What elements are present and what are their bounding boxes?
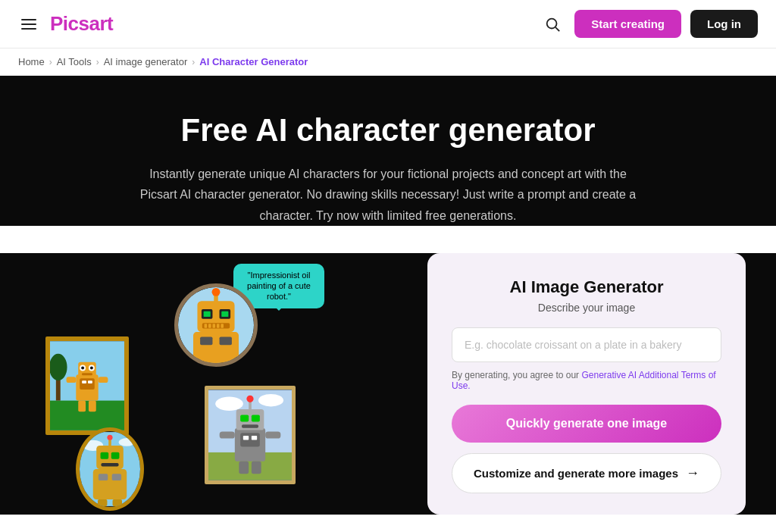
svg-point-0	[547, 18, 557, 28]
svg-rect-48	[220, 336, 232, 345]
breadcrumb-ai-tools[interactable]: AI Tools	[57, 56, 92, 67]
svg-rect-24	[101, 452, 109, 459]
svg-rect-58	[252, 415, 260, 421]
search-icon	[544, 16, 561, 33]
svg-rect-25	[111, 452, 120, 459]
header: Picsart Start creating Log in	[0, 0, 776, 49]
svg-rect-66	[252, 462, 261, 474]
svg-rect-12	[82, 373, 92, 375]
generate-button[interactable]: Quickly generate one image	[452, 405, 721, 443]
svg-rect-64	[252, 436, 257, 440]
svg-line-1	[555, 27, 559, 31]
svg-point-11	[90, 366, 93, 369]
robot-painting-svg	[50, 341, 124, 430]
svg-rect-42	[208, 324, 211, 327]
svg-rect-46	[193, 332, 239, 363]
svg-rect-31	[112, 474, 121, 480]
customize-button[interactable]: Customize and generate more images →	[452, 453, 721, 493]
svg-rect-29	[93, 469, 127, 499]
svg-point-50	[212, 288, 221, 296]
terms-prefix: By generating, you agree to our	[452, 370, 581, 380]
breadcrumb-sep-1: ›	[49, 57, 52, 67]
svg-rect-65	[239, 462, 249, 474]
svg-rect-18	[67, 377, 77, 383]
breadcrumb-current: AI Character Generator	[199, 56, 308, 67]
svg-rect-68	[265, 431, 280, 438]
logo[interactable]: Picsart	[50, 12, 113, 36]
customize-button-label: Customize and generate more images	[474, 467, 678, 480]
svg-point-28	[107, 435, 112, 440]
svg-rect-44	[217, 324, 220, 327]
header-left: Picsart	[18, 12, 113, 36]
svg-rect-63	[243, 436, 249, 440]
svg-rect-57	[240, 415, 249, 421]
header-right: Start creating Log in	[540, 10, 758, 38]
search-button[interactable]	[540, 11, 565, 37]
breadcrumb-sep-3: ›	[192, 57, 195, 67]
illustration-area: "Impressionist oil painting of a cute ro…	[30, 261, 405, 503]
svg-point-5	[50, 354, 67, 380]
art-oval-portrait	[76, 427, 144, 511]
svg-rect-33	[113, 499, 122, 506]
svg-rect-32	[98, 499, 107, 506]
svg-rect-15	[88, 380, 92, 383]
svg-rect-17	[89, 400, 96, 412]
robot-oval-svg	[80, 431, 140, 507]
breadcrumb-ai-image-generator[interactable]: AI image generator	[104, 56, 188, 67]
hero-title: Free AI character generator	[18, 112, 758, 149]
svg-rect-14	[82, 380, 86, 383]
svg-rect-62	[240, 433, 260, 446]
svg-rect-13	[80, 378, 95, 390]
hero-description: Instantly generate unique AI characters …	[130, 164, 646, 226]
login-button[interactable]: Log in	[690, 10, 758, 38]
svg-rect-45	[221, 324, 224, 327]
svg-rect-59	[242, 424, 258, 428]
svg-point-22	[119, 438, 135, 446]
art-round-portrait	[174, 283, 258, 367]
svg-point-10	[81, 366, 84, 369]
robot-framed-svg	[208, 390, 292, 480]
card-subtitle: Describe your image	[452, 302, 721, 314]
svg-rect-3	[50, 400, 124, 430]
svg-rect-60	[249, 401, 252, 411]
generator-card: AI Image Generator Describe your image B…	[427, 253, 746, 515]
speech-bubble-text: "Impressionist oil painting of a cute ro…	[247, 271, 311, 302]
breadcrumb-sep-2: ›	[96, 57, 99, 67]
content-row: "Impressionist oil painting of a cute ro…	[0, 253, 776, 515]
svg-rect-43	[212, 324, 215, 327]
svg-rect-19	[99, 377, 108, 383]
card-title: AI Image Generator	[452, 277, 721, 297]
svg-point-52	[215, 396, 243, 410]
art-main-painting	[45, 336, 129, 435]
robot-round-svg	[178, 287, 254, 363]
svg-rect-16	[78, 400, 86, 412]
svg-rect-38	[204, 311, 211, 317]
svg-rect-39	[221, 311, 228, 317]
svg-rect-67	[220, 431, 235, 438]
art-framed-painting	[205, 386, 296, 484]
svg-rect-41	[205, 324, 208, 327]
svg-rect-30	[99, 474, 108, 480]
hamburger-menu[interactable]	[18, 16, 39, 33]
arrow-icon: →	[686, 465, 699, 481]
svg-rect-47	[200, 336, 212, 345]
terms-text: By generating, you agree to our Generati…	[452, 370, 721, 391]
start-creating-button[interactable]: Start creating	[574, 10, 681, 38]
breadcrumb: Home › AI Tools › AI image generator › A…	[0, 49, 776, 76]
svg-rect-26	[101, 463, 118, 466]
prompt-input[interactable]	[452, 327, 721, 362]
svg-point-61	[246, 396, 253, 402]
breadcrumb-home[interactable]: Home	[18, 56, 45, 67]
hero-section: Free AI character generator Instantly ge…	[0, 76, 776, 226]
svg-point-53	[258, 394, 283, 407]
